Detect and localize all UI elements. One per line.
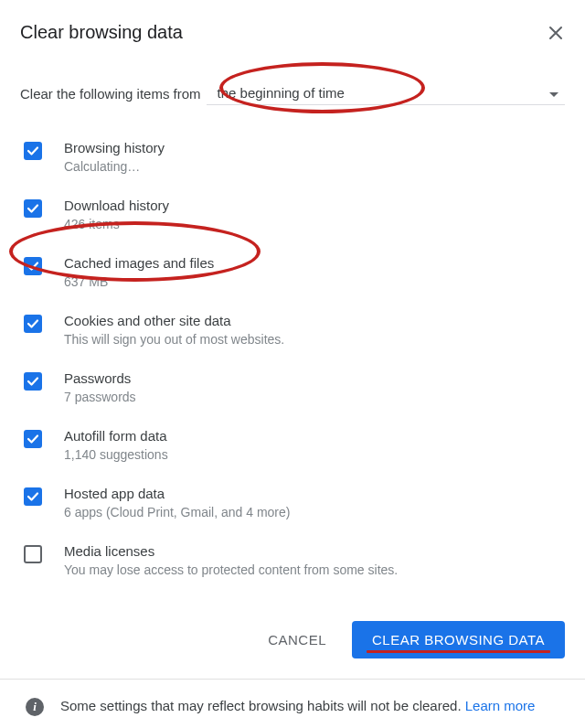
info-icon: i: [26, 698, 44, 716]
footer-text: Some settings that may reflect browsing …: [60, 696, 535, 717]
list-item: Download history426 items: [20, 190, 565, 248]
item-subtext: You may lose access to protected content…: [64, 562, 398, 577]
list-item: Passwords7 passwords: [20, 363, 565, 421]
checkbox[interactable]: [24, 199, 42, 218]
close-icon[interactable]: [547, 24, 565, 42]
item-label: Cached images and files: [64, 255, 214, 271]
list-item: Media licensesYou may lose access to pro…: [20, 536, 565, 594]
list-item: Cookies and other site dataThis will sig…: [20, 305, 565, 363]
footer-text-content: Some settings that may reflect browsing …: [60, 698, 465, 713]
checkbox[interactable]: [24, 315, 42, 333]
time-range-prefix: Clear the following items from: [20, 86, 201, 102]
list-item: Hosted app data6 apps (Cloud Print, Gmai…: [20, 478, 565, 536]
list-item: Cached images and files637 MB: [20, 248, 565, 305]
item-subtext: 426 items: [64, 217, 169, 231]
item-label: Cookies and other site data: [64, 313, 284, 328]
checkbox[interactable]: [24, 142, 42, 160]
learn-more-link[interactable]: Learn more: [465, 698, 536, 713]
item-subtext: 7 passwords: [64, 390, 136, 404]
item-label: Hosted app data: [64, 486, 290, 501]
item-label: Browsing history: [64, 140, 165, 155]
page-title: Clear browsing data: [20, 22, 183, 43]
checkbox[interactable]: [24, 372, 42, 391]
item-label: Autofill form data: [64, 428, 168, 444]
checkbox[interactable]: [24, 545, 42, 563]
list-item: Browsing historyCalculating…: [20, 133, 565, 190]
checkbox[interactable]: [24, 487, 42, 506]
annotation-underline: [367, 650, 550, 653]
cancel-button[interactable]: CANCEL: [262, 625, 332, 655]
item-label: Media licenses: [64, 543, 398, 559]
item-subtext: Calculating…: [64, 159, 165, 174]
checkbox[interactable]: [24, 257, 42, 275]
clear-button-label: CLEAR BROWSING DATA: [372, 632, 545, 648]
item-subtext: This will sign you out of most websites.: [64, 332, 284, 347]
item-subtext: 6 apps (Cloud Print, Gmail, and 4 more): [64, 505, 290, 519]
item-label: Passwords: [64, 370, 136, 386]
item-subtext: 1,140 suggestions: [64, 447, 168, 462]
time-range-select[interactable]: the beginning of time: [207, 81, 565, 105]
item-subtext: 637 MB: [64, 274, 214, 289]
checkbox[interactable]: [24, 430, 42, 448]
item-label: Download history: [64, 198, 169, 213]
clear-browsing-data-button[interactable]: CLEAR BROWSING DATA: [352, 621, 565, 658]
list-item: Autofill form data1,140 suggestions: [20, 421, 565, 478]
